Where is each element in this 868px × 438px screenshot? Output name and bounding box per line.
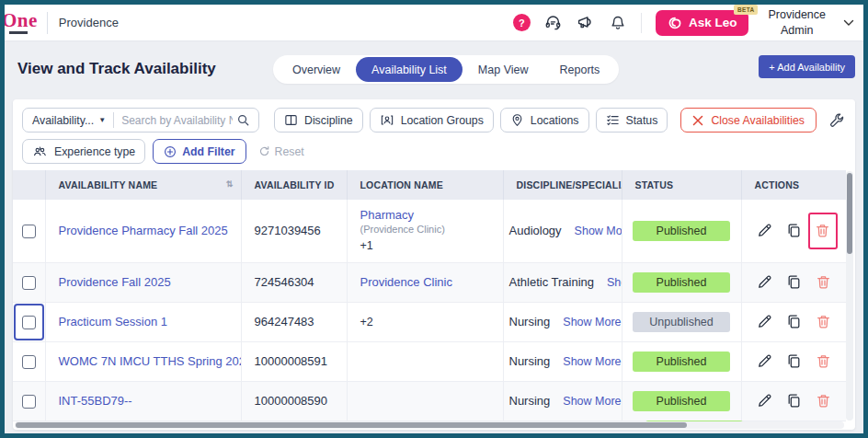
- experience-type-filter-label: Experience type: [54, 145, 135, 158]
- status-badge: Published: [633, 391, 730, 411]
- delete-button[interactable]: [816, 393, 831, 409]
- status-badge: Unpublished: [633, 312, 730, 332]
- show-more-link[interactable]: Show More: [563, 316, 621, 328]
- header-status[interactable]: STATUS: [622, 170, 741, 200]
- row-checkbox[interactable]: [22, 225, 36, 238]
- tab-overview[interactable]: Overview: [277, 57, 356, 82]
- sort-icon[interactable]: ⇅: [226, 179, 234, 189]
- horizontal-scrollbar: [15, 421, 844, 429]
- availability-search-group: Availability... ▼: [22, 108, 259, 133]
- table-settings-wrench-icon[interactable]: [828, 112, 845, 129]
- delete-button[interactable]: [815, 223, 830, 238]
- table-header-row: AVAILABILITY NAME⇅ AVAILABILITY ID LOCAT…: [13, 170, 846, 200]
- tab-map-view[interactable]: Map View: [463, 57, 544, 82]
- add-availability-button[interactable]: + Add Availability: [759, 55, 855, 78]
- topbar-separator: [641, 13, 642, 33]
- status-badge: Published: [633, 272, 730, 293]
- notifications-bell-icon[interactable]: [609, 14, 627, 32]
- edit-button[interactable]: [757, 274, 772, 290]
- copy-button[interactable]: [786, 274, 802, 290]
- tab-availability-list[interactable]: Availability List: [356, 57, 463, 82]
- availability-name-link[interactable]: Practicum Session 1: [59, 315, 168, 328]
- ask-leo-button[interactable]: Ask Leo BETA: [656, 10, 749, 36]
- close-availabilities-label: Close Availabilities: [711, 114, 805, 127]
- edit-button[interactable]: [757, 353, 772, 369]
- close-availabilities-button[interactable]: Close Availabilities: [680, 108, 817, 133]
- experience-type-filter-button[interactable]: Experience type: [22, 139, 145, 164]
- location-empty: [347, 381, 503, 421]
- availability-name-link[interactable]: INT-55BD79--: [59, 394, 132, 408]
- delete-button[interactable]: [816, 274, 831, 290]
- copy-button[interactable]: [786, 353, 802, 369]
- search-type-label: Availability...: [32, 114, 94, 127]
- edit-button[interactable]: [757, 314, 772, 329]
- checklist-icon: [606, 113, 620, 127]
- availability-search-input[interactable]: [114, 114, 236, 127]
- location-link[interactable]: Providence Clinic: [360, 275, 452, 289]
- location-extra-count[interactable]: +1: [360, 239, 503, 252]
- show-more-link[interactable]: Show More: [563, 395, 621, 408]
- delete-button[interactable]: [816, 353, 831, 369]
- filter-bar-secondary: Experience type Add Filter Reset: [22, 139, 304, 164]
- location-link[interactable]: Pharmacy: [360, 208, 503, 222]
- header-availability-id[interactable]: AVAILABILITY ID: [241, 170, 347, 200]
- chevron-down-icon[interactable]: [843, 19, 854, 27]
- show-more-link[interactable]: Show More: [607, 276, 622, 289]
- search-icon[interactable]: [236, 113, 258, 127]
- user-menu[interactable]: Providence Admin: [768, 7, 826, 38]
- add-filter-button[interactable]: Add Filter: [153, 139, 246, 164]
- horizontal-scrollbar-thumb[interactable]: [16, 422, 687, 428]
- discipline-filter-button[interactable]: Discipline: [274, 108, 363, 133]
- pencil-icon: [757, 314, 772, 329]
- people-group-icon: [32, 144, 48, 158]
- availability-table: AVAILABILITY NAME⇅ AVAILABILITY ID LOCAT…: [13, 170, 846, 421]
- header-discipline[interactable]: DISCIPLINE/SPECIALIZATION: [503, 170, 622, 200]
- user-name-line1: Providence: [768, 7, 826, 22]
- header-availability-name[interactable]: AVAILABILITY NAME⇅: [45, 170, 241, 200]
- availability-name-link[interactable]: Providence Fall 2025: [59, 275, 171, 289]
- table-row: WOMC 7N IMCU TTHS Spring 2025-... 100000…: [13, 341, 846, 381]
- copy-button[interactable]: [786, 223, 802, 238]
- availability-name-link[interactable]: WOMC 7N IMCU TTHS Spring 2025-...: [59, 354, 242, 368]
- reset-filters-button[interactable]: Reset: [258, 145, 304, 158]
- help-icon[interactable]: ?: [513, 14, 531, 31]
- table-row: INT-55BD79-- 10000008590 NursingShow Mor…: [13, 381, 846, 421]
- discipline-value: Athletic Training: [509, 275, 595, 289]
- discipline-filter-label: Discipline: [304, 114, 353, 127]
- location-groups-filter-label: Location Groups: [401, 114, 484, 127]
- row-checkbox[interactable]: [22, 316, 36, 329]
- announcements-megaphone-icon[interactable]: [577, 14, 595, 32]
- show-more-link[interactable]: Show More: [563, 355, 621, 368]
- locations-filter-button[interactable]: Locations: [500, 108, 589, 133]
- header-location-name[interactable]: LOCATION NAME: [347, 170, 503, 200]
- page-title: View and Track Availability: [17, 60, 216, 78]
- view-tabs: Overview Availability List Map View Repo…: [273, 55, 619, 84]
- tab-reports[interactable]: Reports: [544, 57, 616, 82]
- row-checkbox[interactable]: [22, 355, 36, 369]
- table-row: Practicum Session 1 964247483 +2 Nursing…: [13, 302, 846, 341]
- header-actions: ACTIONS: [741, 170, 846, 200]
- beta-badge: BETA: [734, 5, 758, 15]
- copy-button[interactable]: [786, 314, 802, 329]
- availability-list-card: Availability... ▼ Discipline Location Gr…: [13, 99, 855, 430]
- availability-name-link[interactable]: Providence Pharmacy Fall 2025: [59, 224, 228, 237]
- copy-button[interactable]: [786, 393, 802, 409]
- reset-icon: [258, 145, 270, 157]
- status-badge: Published: [633, 221, 730, 241]
- delete-button[interactable]: [816, 314, 831, 329]
- search-type-dropdown[interactable]: Availability... ▼: [23, 114, 113, 127]
- support-headset-icon[interactable]: [544, 14, 563, 32]
- discipline-value: Nursing: [509, 354, 551, 368]
- reset-filters-label: Reset: [275, 145, 304, 158]
- row-checkbox[interactable]: [22, 395, 36, 409]
- vertical-scrollbar-thumb[interactable]: [847, 173, 852, 254]
- edit-button[interactable]: [757, 393, 772, 409]
- row-checkbox[interactable]: [22, 276, 36, 290]
- show-more-link[interactable]: Show More: [575, 225, 622, 237]
- status-badge: Published: [633, 352, 730, 372]
- location-groups-filter-button[interactable]: Location Groups: [370, 108, 494, 133]
- locations-filter-label: Locations: [531, 114, 579, 127]
- location-extra-count[interactable]: +2: [360, 316, 373, 328]
- status-filter-button[interactable]: Status: [596, 108, 668, 133]
- edit-button[interactable]: [757, 223, 772, 238]
